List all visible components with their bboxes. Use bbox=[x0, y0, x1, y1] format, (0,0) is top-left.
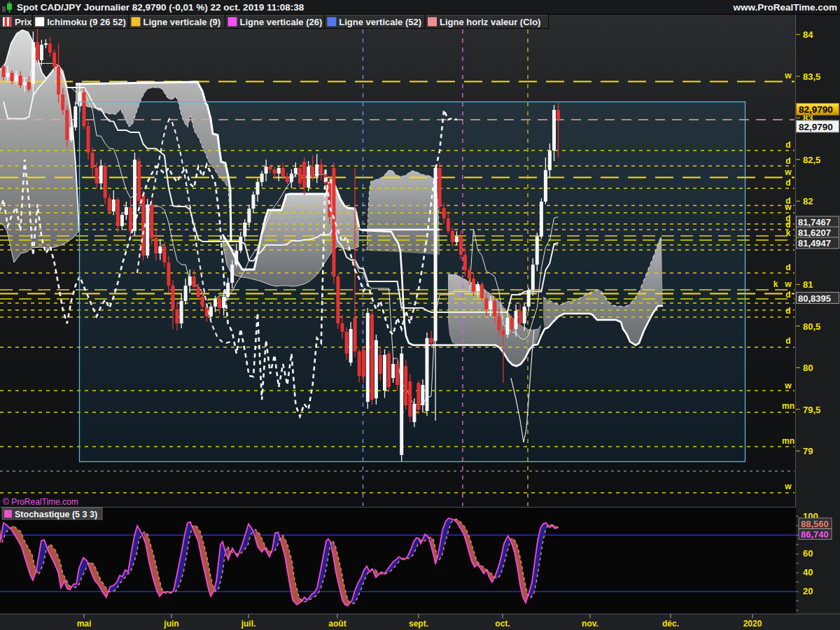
svg-text:80,8395: 80,8395 bbox=[798, 293, 831, 304]
svg-text:Ichimoku (9 26 52): Ichimoku (9 26 52) bbox=[47, 17, 126, 27]
svg-text:81,4947: 81,4947 bbox=[798, 238, 831, 248]
svg-text:w: w bbox=[784, 279, 792, 289]
svg-text:79,5: 79,5 bbox=[803, 405, 820, 415]
svg-text:sept.: sept. bbox=[409, 619, 428, 629]
svg-text:82,9790: 82,9790 bbox=[799, 122, 833, 132]
svg-text:w: w bbox=[784, 381, 792, 391]
svg-text:nov.: nov. bbox=[582, 619, 598, 629]
svg-text:w: w bbox=[784, 167, 792, 177]
svg-text:Prix: Prix bbox=[15, 17, 32, 27]
svg-text:Ligne verticale (26): Ligne verticale (26) bbox=[240, 17, 323, 27]
svg-text:82,5: 82,5 bbox=[803, 155, 820, 165]
svg-text:Ligne horiz valeur (Clo): Ligne horiz valeur (Clo) bbox=[440, 17, 540, 27]
svg-text:20: 20 bbox=[803, 586, 813, 596]
svg-text:80,5: 80,5 bbox=[803, 321, 820, 332]
svg-text:88,560: 88,560 bbox=[801, 519, 829, 529]
svg-text:Stochastique (5 3 3): Stochastique (5 3 3) bbox=[15, 510, 97, 519]
svg-text:oct.: oct. bbox=[495, 619, 510, 629]
svg-text:2020: 2020 bbox=[743, 619, 762, 629]
svg-text:mn: mn bbox=[782, 436, 794, 446]
svg-text:81,6207: 81,6207 bbox=[798, 227, 831, 238]
svg-text:d: d bbox=[785, 336, 790, 346]
svg-text:81: 81 bbox=[803, 279, 813, 290]
svg-text:d: d bbox=[785, 156, 790, 166]
svg-text:d: d bbox=[785, 178, 790, 188]
svg-text:84: 84 bbox=[803, 29, 813, 40]
svg-text:81,7467: 81,7467 bbox=[798, 217, 831, 227]
svg-text:www.ProRealTime.com: www.ProRealTime.com bbox=[732, 2, 837, 13]
svg-text:mai: mai bbox=[77, 619, 92, 629]
svg-text:Spot CAD/JPY Journalier 82,979: Spot CAD/JPY Journalier 82,9790 (-0,01 %… bbox=[17, 2, 304, 13]
svg-text:déc.: déc. bbox=[662, 619, 679, 629]
svg-text:79: 79 bbox=[803, 446, 813, 456]
svg-text:août: août bbox=[328, 619, 346, 629]
svg-text:86,740: 86,740 bbox=[801, 529, 829, 540]
svg-text:mn: mn bbox=[782, 401, 794, 411]
svg-text:juin: juin bbox=[163, 619, 178, 629]
svg-text:d: d bbox=[785, 140, 790, 150]
svg-text:k: k bbox=[774, 279, 778, 289]
svg-text:80: 80 bbox=[803, 363, 813, 373]
svg-text:k: k bbox=[786, 228, 791, 238]
svg-text:Ligne verticale (52): Ligne verticale (52) bbox=[339, 17, 421, 27]
svg-text:60: 60 bbox=[803, 548, 813, 559]
svg-text:w: w bbox=[784, 202, 792, 212]
svg-text:w: w bbox=[784, 71, 792, 80]
svg-text:d: d bbox=[785, 290, 790, 300]
svg-text:82,9790: 82,9790 bbox=[799, 104, 833, 115]
svg-text:Ligne verticale (9): Ligne verticale (9) bbox=[144, 17, 221, 27]
svg-text:d: d bbox=[785, 306, 790, 316]
svg-text:40: 40 bbox=[803, 567, 813, 578]
svg-text:82: 82 bbox=[803, 196, 813, 206]
svg-text:d: d bbox=[785, 262, 790, 272]
svg-text:juil.: juil. bbox=[241, 619, 256, 629]
svg-text:83,5: 83,5 bbox=[803, 71, 820, 82]
svg-text:© ProRealTime.com: © ProRealTime.com bbox=[3, 497, 78, 507]
svg-text:w: w bbox=[784, 482, 792, 491]
